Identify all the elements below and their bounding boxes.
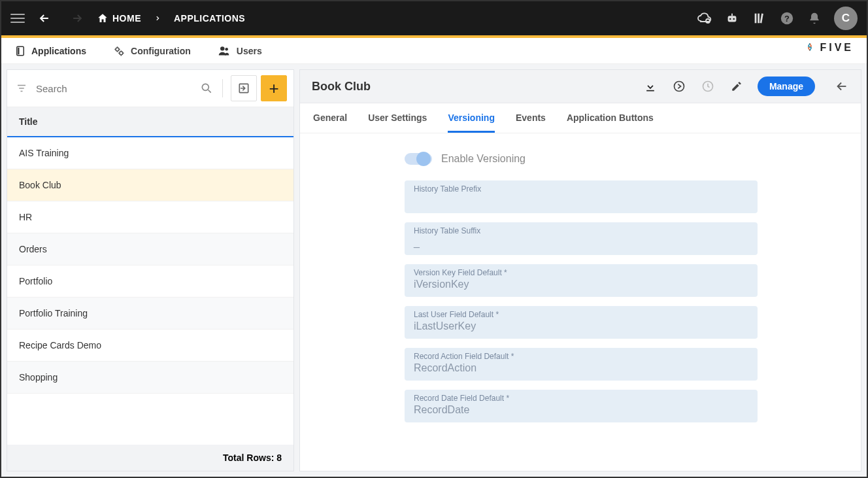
add-button[interactable]: +	[261, 75, 287, 101]
svg-point-2	[729, 18, 731, 20]
field-record-date-field-default[interactable]: Record Date Field Default *RecordDate	[405, 390, 758, 422]
detail-actions: Manage	[643, 77, 849, 96]
field-label: Record Date Field Default *	[414, 394, 748, 403]
nav-forward-button	[64, 9, 90, 27]
field-last-user-field-default[interactable]: Last User Field Default *iLastUserKey	[405, 306, 758, 339]
nav-back-button[interactable]	[31, 9, 58, 27]
svg-rect-1	[728, 16, 737, 22]
svg-point-15	[225, 47, 228, 50]
svg-rect-18	[646, 90, 654, 92]
brand-logo: FIVE	[804, 42, 854, 54]
svg-rect-7	[760, 14, 763, 24]
filter-icon[interactable]	[14, 80, 29, 96]
edit-icon[interactable]	[729, 78, 744, 94]
svg-text:?: ?	[784, 14, 790, 24]
svg-point-16	[202, 84, 209, 90]
bell-icon[interactable]	[807, 10, 822, 26]
list-item[interactable]: Portfolio	[7, 265, 293, 298]
svg-point-3	[733, 18, 735, 20]
svg-rect-11	[18, 47, 19, 54]
enable-versioning-toggle[interactable]	[405, 153, 432, 165]
search-icon[interactable]	[199, 80, 214, 96]
field-record-action-field-default[interactable]: Record Action Field Default *RecordActio…	[405, 348, 758, 381]
users-icon	[217, 44, 231, 58]
logo-text: FIVE	[820, 42, 854, 54]
download-icon[interactable]	[643, 78, 658, 94]
list-pane: + Title AIS TrainingBook ClubHROrdersPor…	[7, 69, 294, 471]
detail-tabs: GeneralUser SettingsVersioningEventsAppl…	[300, 103, 861, 133]
list-item[interactable]: Book Club	[7, 169, 293, 201]
subnav-applications-label: Applications	[31, 46, 86, 56]
subnav-configuration-label: Configuration	[131, 46, 191, 56]
list-item[interactable]: HR	[7, 201, 293, 233]
main-area: + Title AIS TrainingBook ClubHROrdersPor…	[1, 64, 867, 477]
subnav-users[interactable]: Users	[217, 44, 262, 58]
field-version-key-field-default[interactable]: Version Key Field Default *iVersionKey	[405, 264, 758, 297]
tab-versioning[interactable]: Versioning	[448, 103, 495, 133]
svg-point-13	[120, 51, 123, 54]
field-history-table-suffix[interactable]: History Table Suffix_	[405, 222, 758, 255]
field-value: iVersionKey	[414, 279, 748, 292]
library-icon[interactable]	[752, 10, 767, 26]
hamburger-icon[interactable]	[10, 11, 25, 26]
svg-rect-4	[731, 14, 733, 16]
avatar[interactable]: C	[834, 7, 858, 30]
subnav-applications[interactable]: Applications	[14, 45, 86, 57]
topbar-right: ? C	[697, 7, 858, 30]
back-icon[interactable]	[828, 79, 849, 94]
home-icon	[97, 12, 108, 24]
field-value: RecordDate	[414, 404, 748, 417]
field-label: Last User Field Default *	[414, 310, 748, 319]
help-icon[interactable]: ?	[779, 10, 795, 26]
breadcrumb-home[interactable]: HOME	[97, 12, 141, 24]
plus-icon: +	[269, 80, 278, 97]
breadcrumb-applications[interactable]: APPLICATIONS	[174, 13, 245, 24]
svg-point-19	[674, 82, 684, 92]
enable-versioning-label: Enable Versioning	[441, 153, 526, 165]
home-label: HOME	[112, 13, 141, 24]
field-history-table-prefix[interactable]: History Table Prefix	[405, 180, 758, 213]
topbar-left: HOME APPLICATIONS	[10, 9, 245, 27]
divider	[222, 79, 223, 97]
history-icon	[700, 78, 716, 94]
svg-point-12	[116, 48, 119, 51]
svg-point-14	[220, 46, 224, 50]
tab-events[interactable]: Events	[516, 103, 546, 133]
cloud-icon[interactable]	[697, 10, 712, 26]
subnav-configuration[interactable]: Configuration	[112, 44, 191, 58]
detail-header: Book Club Manage	[300, 70, 861, 103]
list-footer: Total Rows: 8	[7, 445, 293, 471]
gears-icon	[112, 44, 125, 58]
manage-button[interactable]: Manage	[758, 77, 815, 96]
logo-icon	[804, 42, 816, 54]
list-item[interactable]: Orders	[7, 233, 293, 265]
field-value: iLastUserKey	[414, 320, 748, 333]
field-label: History Table Prefix	[414, 184, 748, 194]
field-value	[414, 195, 748, 208]
robot-icon[interactable]	[724, 10, 740, 26]
sub-nav: Applications Configuration Users FIVE	[1, 38, 867, 64]
field-value: RecordAction	[414, 362, 748, 375]
field-label: Version Key Field Default *	[414, 268, 748, 277]
list-header: Title	[7, 107, 293, 137]
versioning-form: Enable Versioning History Table PrefixHi…	[300, 133, 861, 471]
search-input[interactable]	[33, 79, 195, 98]
svg-rect-5	[755, 14, 757, 24]
avatar-letter: C	[842, 12, 850, 25]
field-value: _	[414, 237, 748, 250]
tab-general[interactable]: General	[313, 103, 347, 133]
deploy-icon[interactable]	[671, 78, 687, 94]
tab-user-settings[interactable]: User Settings	[368, 103, 427, 133]
list-item[interactable]: Shopping	[7, 362, 293, 394]
field-label: History Table Suffix	[414, 226, 748, 235]
search-row: +	[7, 70, 293, 107]
field-label: Record Action Field Default *	[414, 352, 748, 361]
chevron-right-icon	[148, 15, 167, 22]
list-item[interactable]: Recipe Cards Demo	[7, 330, 293, 362]
import-button[interactable]	[231, 75, 257, 101]
subnav-users-label: Users	[237, 46, 262, 56]
list-item[interactable]: Portfolio Training	[7, 298, 293, 330]
application-list: AIS TrainingBook ClubHROrdersPortfolioPo…	[7, 137, 293, 445]
tab-application-buttons[interactable]: Application Buttons	[567, 103, 654, 133]
list-item[interactable]: AIS Training	[7, 137, 293, 169]
